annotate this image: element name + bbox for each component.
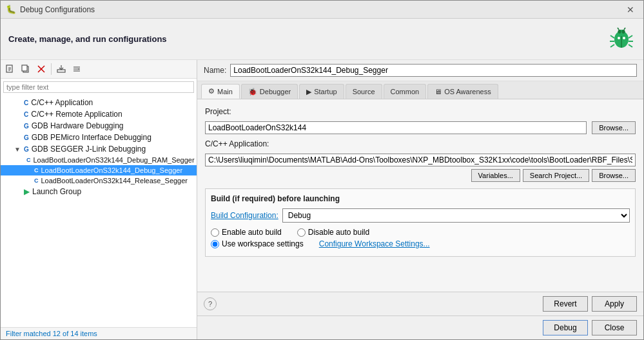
- tab-startup[interactable]: ▶ Startup: [299, 84, 344, 99]
- configure-workspace-link[interactable]: Configure Workspace Settings...: [319, 239, 430, 248]
- name-bar: Name:: [197, 60, 643, 81]
- svg-line-8: [629, 45, 632, 47]
- cpp-app-icon: C: [24, 99, 28, 106]
- search-project-button[interactable]: Search Project...: [523, 169, 589, 182]
- build-config-link[interactable]: Build Configuration:: [211, 211, 278, 220]
- window-icon: 🐛: [6, 5, 16, 14]
- tree-item-config-debug[interactable]: C LoadBootLoaderOnS32k144_Debug_Segger: [1, 165, 197, 175]
- app-buttons: Variables... Search Project... Browse...: [205, 169, 636, 182]
- tab-startup-label: Startup: [314, 88, 337, 95]
- variables-button[interactable]: Variables...: [471, 169, 520, 182]
- tree-item-config-release[interactable]: C LoadBootLoaderOnS32k144_Release_Segger: [1, 175, 197, 186]
- disable-auto-build-radio[interactable]: [297, 228, 306, 237]
- main-tab-icon: ⚙: [208, 87, 215, 95]
- workspace-settings-option[interactable]: Use workspace settings: [211, 239, 304, 248]
- filter-status-text: Filter matched 12 of 14 items: [6, 330, 97, 337]
- name-label: Name:: [204, 66, 226, 75]
- close-window-button[interactable]: ✕: [623, 3, 638, 16]
- os-awareness-tab-icon: 🖥: [434, 88, 442, 95]
- tree-label-cpp-app: C/C++ Application: [31, 98, 93, 107]
- app-label-row: C/C++ Application:: [205, 139, 636, 148]
- app-input-row: [205, 154, 636, 166]
- cpp-remote-icon: C: [24, 111, 28, 118]
- tree-item-cpp-app[interactable]: C C/C++ Application: [1, 97, 197, 108]
- tree-item-launch-group[interactable]: ▶ Launch Group: [1, 186, 197, 197]
- tab-source-label: Source: [353, 88, 375, 95]
- delete-config-button[interactable]: [34, 62, 48, 76]
- svg-point-9: [618, 30, 621, 34]
- build-section-title: Build (if required) before launching: [211, 194, 630, 203]
- launch-group-icon: ▶: [24, 187, 30, 196]
- project-row: Project:: [205, 107, 636, 116]
- app-label: C/C++ Application:: [205, 139, 269, 148]
- tree-label-gdb-segger: GDB SEGGER J-Link Debugging: [32, 145, 146, 154]
- new-config-button[interactable]: [3, 62, 17, 76]
- workspace-settings-label: Use workspace settings: [222, 239, 304, 248]
- config-name-input[interactable]: [230, 64, 637, 77]
- startup-tab-icon: ▶: [306, 88, 311, 96]
- tree-label-cpp-remote: C/C++ Remote Application: [31, 110, 122, 119]
- debug-configurations-window: 🐛 Debug Configurations ✕ Create, manage,…: [0, 0, 644, 340]
- svg-line-5: [610, 45, 614, 47]
- tree-item-gdb-segger[interactable]: ▼ G GDB SEGGER J-Link Debugging: [1, 143, 197, 155]
- help-button[interactable]: ?: [204, 297, 217, 310]
- apply-button[interactable]: Apply: [592, 296, 637, 312]
- svg-point-14: [623, 37, 625, 39]
- workspace-settings-row: Use workspace settings Configure Workspa…: [211, 239, 630, 248]
- duplicate-config-button[interactable]: [19, 62, 33, 76]
- app-browse-button[interactable]: Browse...: [592, 169, 636, 182]
- enable-auto-build-radio[interactable]: [211, 228, 219, 237]
- tab-source[interactable]: Source: [346, 84, 382, 99]
- tab-debugger-label: Debugger: [260, 88, 291, 95]
- disable-auto-build-label: Disable auto build: [308, 228, 369, 237]
- toolbar-separator: [51, 63, 52, 75]
- gdb-pe-icon: G: [24, 134, 29, 141]
- build-radio-row: Enable auto build Disable auto build: [211, 228, 630, 237]
- tab-os-awareness-label: OS Awareness: [444, 88, 491, 95]
- svg-line-6: [629, 35, 632, 38]
- tree-item-gdb-pe[interactable]: G GDB PEMicro Interface Debugging: [1, 132, 197, 143]
- svg-line-3: [610, 35, 614, 38]
- svg-point-13: [618, 37, 620, 39]
- tree-label-config-release: LoadBootLoaderOnS32k144_Release_Segger: [41, 177, 188, 185]
- tree-item-config-ram[interactable]: C LoadBootLoaderOnS32k144_Debug_RAM_Segg…: [1, 155, 197, 165]
- tab-debugger[interactable]: 🐞 Debugger: [241, 84, 298, 99]
- tab-common[interactable]: Common: [384, 84, 427, 99]
- menu-button[interactable]: [70, 62, 84, 76]
- project-input[interactable]: [205, 121, 587, 134]
- gdb-segger-icon: G: [24, 146, 29, 153]
- workspace-settings-radio[interactable]: [211, 240, 219, 248]
- config-tree: C C/C++ Application C C/C++ Remote Appli…: [1, 95, 197, 327]
- project-browse-button[interactable]: Browse...: [592, 121, 636, 134]
- tree-label-launch-group: Launch Group: [32, 187, 81, 196]
- tabs-bar: ⚙ Main 🐞 Debugger ▶ Startup Source Commo…: [197, 81, 643, 99]
- close-button[interactable]: Close: [592, 320, 637, 335]
- enable-auto-build-option[interactable]: Enable auto build: [211, 228, 282, 237]
- bottom-actions-bar: ? Revert Apply: [197, 292, 643, 315]
- right-panel: Name: ⚙ Main 🐞 Debugger ▶ Startup S: [197, 60, 643, 339]
- tree-label-gdb-pe: GDB PEMicro Interface Debugging: [32, 133, 151, 142]
- main-content: C C/C++ Application C C/C++ Remote Appli…: [1, 60, 643, 339]
- svg-line-12: [624, 28, 625, 30]
- export-config-button[interactable]: [54, 62, 68, 76]
- tab-common-label: Common: [391, 88, 420, 95]
- window-title: Debug Configurations: [20, 5, 95, 14]
- left-panel: C C/C++ Application C C/C++ Remote Appli…: [1, 60, 197, 339]
- tree-item-gdb-hw[interactable]: G GDB Hardware Debugging: [1, 120, 197, 132]
- tree-item-cpp-remote[interactable]: C C/C++ Remote Application: [1, 108, 197, 120]
- build-config-select[interactable]: Debug: [282, 208, 630, 223]
- revert-button[interactable]: Revert: [543, 296, 588, 312]
- header: Create, manage, and run configurations: [1, 19, 643, 60]
- config-ram-icon: C: [26, 157, 31, 163]
- config-release-icon: C: [34, 177, 39, 184]
- app-path-input[interactable]: [205, 154, 636, 166]
- disable-auto-build-option[interactable]: Disable auto build: [297, 228, 369, 237]
- tab-os-awareness[interactable]: 🖥 OS Awareness: [427, 84, 498, 99]
- tree-label-config-debug: LoadBootLoaderOnS32k144_Debug_Segger: [41, 166, 183, 174]
- expand-segger-icon: ▼: [14, 146, 21, 153]
- filter-input[interactable]: [3, 81, 194, 93]
- debug-button[interactable]: Debug: [543, 320, 588, 335]
- tab-main[interactable]: ⚙ Main: [201, 84, 240, 99]
- toolbar: [1, 60, 197, 79]
- gdb-hw-icon: G: [24, 123, 29, 130]
